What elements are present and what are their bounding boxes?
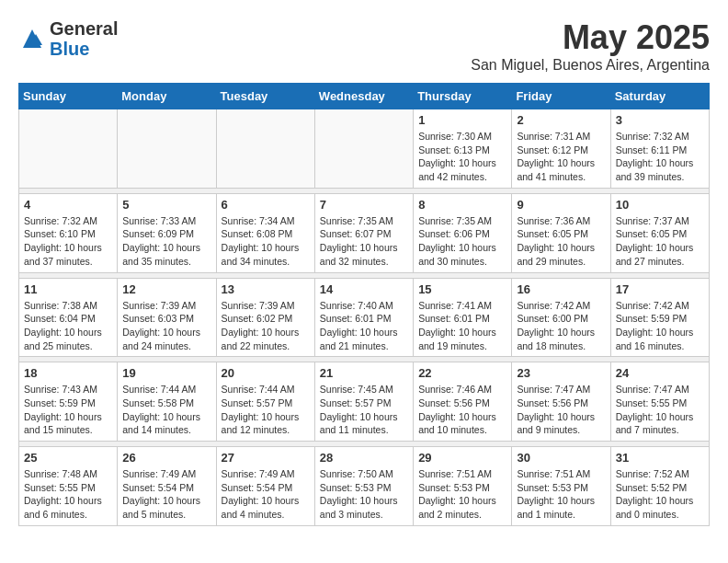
logo-text: General Blue: [50, 18, 118, 59]
day-number: 25: [24, 451, 112, 465]
day-number: 3: [616, 113, 704, 127]
day-number: 27: [222, 451, 310, 465]
calendar-week-2: 11Sunrise: 7:38 AM Sunset: 6:04 PM Dayli…: [19, 278, 710, 357]
day-number: 16: [517, 282, 605, 296]
calendar-week-4: 25Sunrise: 7:48 AM Sunset: 5:55 PM Dayli…: [19, 447, 710, 526]
calendar-cell: 24Sunrise: 7:47 AM Sunset: 5:55 PM Dayli…: [610, 362, 709, 442]
day-info: Sunrise: 7:39 AM Sunset: 6:03 PM Dayligh…: [122, 299, 210, 353]
calendar-cell: 19Sunrise: 7:44 AM Sunset: 5:58 PM Dayli…: [118, 362, 216, 442]
calendar-cell: 5Sunrise: 7:33 AM Sunset: 6:09 PM Daylig…: [118, 193, 216, 272]
calendar-cell: [216, 109, 314, 189]
weekday-header-sunday: Sunday: [19, 84, 118, 109]
calendar-cell: 29Sunrise: 7:51 AM Sunset: 5:53 PM Dayli…: [414, 447, 512, 526]
calendar-cell: 11Sunrise: 7:38 AM Sunset: 6:04 PM Dayli…: [19, 278, 118, 357]
calendar-cell: 23Sunrise: 7:47 AM Sunset: 5:56 PM Dayli…: [512, 362, 610, 442]
day-info: Sunrise: 7:34 AM Sunset: 6:08 PM Dayligh…: [222, 214, 310, 269]
calendar-week-0: 1Sunrise: 7:30 AM Sunset: 6:13 PM Daylig…: [19, 109, 710, 189]
day-number: 17: [616, 282, 704, 296]
day-info: Sunrise: 7:46 AM Sunset: 5:56 PM Dayligh…: [418, 383, 506, 437]
day-info: Sunrise: 7:35 AM Sunset: 6:06 PM Dayligh…: [418, 214, 506, 269]
day-info: Sunrise: 7:47 AM Sunset: 5:55 PM Dayligh…: [616, 383, 704, 437]
weekday-header-wednesday: Wednesday: [314, 84, 413, 109]
day-info: Sunrise: 7:47 AM Sunset: 5:56 PM Dayligh…: [517, 383, 605, 437]
calendar-cell: 7Sunrise: 7:35 AM Sunset: 6:07 PM Daylig…: [314, 193, 413, 272]
day-number: 21: [320, 366, 408, 380]
day-number: 5: [122, 198, 210, 212]
day-number: 30: [517, 451, 605, 465]
weekday-header-tuesday: Tuesday: [216, 84, 314, 109]
month-title: May 2025: [471, 18, 710, 57]
day-number: 29: [418, 451, 506, 465]
calendar-cell: 21Sunrise: 7:45 AM Sunset: 5:57 PM Dayli…: [314, 362, 413, 442]
calendar-cell: 8Sunrise: 7:35 AM Sunset: 6:06 PM Daylig…: [414, 193, 512, 272]
page-header: General Blue May 2025 San Miguel, Buenos…: [18, 18, 710, 74]
calendar-cell: 6Sunrise: 7:34 AM Sunset: 6:08 PM Daylig…: [216, 193, 314, 272]
location: San Miguel, Buenos Aires, Argentina: [471, 57, 710, 74]
day-number: 7: [320, 198, 408, 212]
calendar-cell: 3Sunrise: 7:32 AM Sunset: 6:11 PM Daylig…: [610, 109, 709, 189]
day-info: Sunrise: 7:51 AM Sunset: 5:53 PM Dayligh…: [517, 467, 605, 522]
day-number: 12: [122, 282, 210, 296]
calendar-cell: 25Sunrise: 7:48 AM Sunset: 5:55 PM Dayli…: [19, 447, 118, 526]
calendar-cell: 30Sunrise: 7:51 AM Sunset: 5:53 PM Dayli…: [512, 447, 610, 526]
day-info: Sunrise: 7:50 AM Sunset: 5:53 PM Dayligh…: [320, 467, 408, 522]
calendar-cell: [19, 109, 118, 189]
day-info: Sunrise: 7:30 AM Sunset: 6:13 PM Dayligh…: [418, 130, 506, 184]
weekday-header-monday: Monday: [118, 84, 216, 109]
day-info: Sunrise: 7:35 AM Sunset: 6:07 PM Dayligh…: [320, 214, 408, 269]
calendar-cell: 4Sunrise: 7:32 AM Sunset: 6:10 PM Daylig…: [19, 193, 118, 272]
day-info: Sunrise: 7:38 AM Sunset: 6:04 PM Dayligh…: [24, 299, 112, 353]
day-info: Sunrise: 7:52 AM Sunset: 5:52 PM Dayligh…: [616, 467, 704, 522]
calendar-cell: [118, 109, 216, 189]
calendar-cell: 20Sunrise: 7:44 AM Sunset: 5:57 PM Dayli…: [216, 362, 314, 442]
day-number: 10: [616, 198, 704, 212]
day-info: Sunrise: 7:49 AM Sunset: 5:54 PM Dayligh…: [222, 467, 310, 522]
calendar-cell: 10Sunrise: 7:37 AM Sunset: 6:05 PM Dayli…: [610, 193, 709, 272]
logo-blue: Blue: [50, 39, 118, 59]
day-info: Sunrise: 7:51 AM Sunset: 5:53 PM Dayligh…: [418, 467, 506, 522]
day-number: 14: [320, 282, 408, 296]
day-info: Sunrise: 7:45 AM Sunset: 5:57 PM Dayligh…: [320, 383, 408, 437]
calendar-week-1: 4Sunrise: 7:32 AM Sunset: 6:10 PM Daylig…: [19, 193, 710, 272]
calendar-cell: 9Sunrise: 7:36 AM Sunset: 6:05 PM Daylig…: [512, 193, 610, 272]
calendar-cell: 13Sunrise: 7:39 AM Sunset: 6:02 PM Dayli…: [216, 278, 314, 357]
day-info: Sunrise: 7:44 AM Sunset: 5:57 PM Dayligh…: [222, 383, 310, 437]
day-number: 22: [418, 366, 506, 380]
day-number: 26: [122, 451, 210, 465]
day-info: Sunrise: 7:39 AM Sunset: 6:02 PM Dayligh…: [222, 299, 310, 353]
calendar-table: SundayMondayTuesdayWednesdayThursdayFrid…: [18, 83, 710, 526]
calendar-cell: 27Sunrise: 7:49 AM Sunset: 5:54 PM Dayli…: [216, 447, 314, 526]
logo-general: General: [50, 18, 118, 39]
day-number: 18: [24, 366, 112, 380]
calendar-cell: 31Sunrise: 7:52 AM Sunset: 5:52 PM Dayli…: [610, 447, 709, 526]
day-info: Sunrise: 7:48 AM Sunset: 5:55 PM Dayligh…: [24, 467, 112, 522]
day-number: 13: [222, 282, 310, 296]
day-info: Sunrise: 7:32 AM Sunset: 6:11 PM Dayligh…: [616, 130, 704, 184]
day-number: 24: [616, 366, 704, 380]
calendar-header-row: SundayMondayTuesdayWednesdayThursdayFrid…: [19, 84, 710, 109]
calendar-cell: 2Sunrise: 7:31 AM Sunset: 6:12 PM Daylig…: [512, 109, 610, 189]
weekday-header-thursday: Thursday: [414, 84, 512, 109]
day-number: 4: [24, 198, 112, 212]
day-number: 15: [418, 282, 506, 296]
day-info: Sunrise: 7:31 AM Sunset: 6:12 PM Dayligh…: [517, 130, 605, 184]
day-info: Sunrise: 7:32 AM Sunset: 6:10 PM Dayligh…: [24, 214, 112, 269]
day-number: 23: [517, 366, 605, 380]
day-info: Sunrise: 7:49 AM Sunset: 5:54 PM Dayligh…: [122, 467, 210, 522]
day-info: Sunrise: 7:33 AM Sunset: 6:09 PM Dayligh…: [122, 214, 210, 269]
logo: General Blue: [18, 18, 118, 59]
title-section: May 2025 San Miguel, Buenos Aires, Argen…: [471, 18, 710, 74]
day-info: Sunrise: 7:43 AM Sunset: 5:59 PM Dayligh…: [24, 383, 112, 437]
day-number: 31: [616, 451, 704, 465]
calendar-cell: 14Sunrise: 7:40 AM Sunset: 6:01 PM Dayli…: [314, 278, 413, 357]
calendar-cell: 15Sunrise: 7:41 AM Sunset: 6:01 PM Dayli…: [414, 278, 512, 357]
day-number: 6: [222, 198, 310, 212]
day-info: Sunrise: 7:36 AM Sunset: 6:05 PM Dayligh…: [517, 214, 605, 269]
day-number: 28: [320, 451, 408, 465]
day-number: 1: [418, 113, 506, 127]
calendar-week-3: 18Sunrise: 7:43 AM Sunset: 5:59 PM Dayli…: [19, 362, 710, 442]
day-number: 19: [122, 366, 210, 380]
calendar-cell: 12Sunrise: 7:39 AM Sunset: 6:03 PM Dayli…: [118, 278, 216, 357]
day-info: Sunrise: 7:41 AM Sunset: 6:01 PM Dayligh…: [418, 299, 506, 353]
day-info: Sunrise: 7:44 AM Sunset: 5:58 PM Dayligh…: [122, 383, 210, 437]
